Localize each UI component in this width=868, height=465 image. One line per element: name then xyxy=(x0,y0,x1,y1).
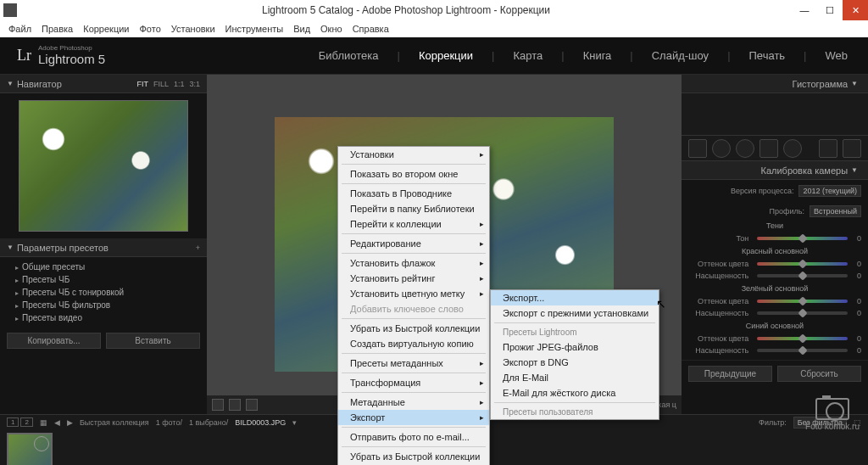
copy-button[interactable]: Копировать... xyxy=(7,333,101,349)
menu-item[interactable]: Установить рейтинг xyxy=(338,271,489,286)
module-2[interactable]: Карта xyxy=(509,49,546,62)
menu-фото[interactable]: Фото xyxy=(135,24,166,34)
nav-mode-3:1[interactable]: 3:1 xyxy=(189,80,200,88)
nav-back-icon[interactable]: ◀ xyxy=(54,418,60,427)
nav-mode-fit[interactable]: FIT xyxy=(136,80,148,88)
process-version-dropdown[interactable]: 2012 (текущий) xyxy=(798,185,861,197)
preset-folder[interactable]: Пресеты видео xyxy=(0,311,207,324)
menu-item: Добавить ключевое слово xyxy=(338,301,489,317)
menu-item[interactable]: E-Mail для жёсткого диска xyxy=(491,385,659,401)
preset-folder[interactable]: Пресеты ЧБ фильтров xyxy=(0,299,207,311)
histogram-header[interactable]: Гистограмма ▼ xyxy=(682,75,868,93)
secondary-display-pages[interactable]: 1 2 xyxy=(7,417,33,427)
reset-button[interactable]: Сбросить xyxy=(777,366,861,382)
module-6[interactable]: Web xyxy=(822,49,852,62)
menu-item[interactable]: Метаданные xyxy=(338,395,489,410)
nav-mode-1:1[interactable]: 1:1 xyxy=(174,80,185,88)
menu-item[interactable]: Убрать из Быстрой коллекции xyxy=(338,321,489,336)
compare-icon[interactable] xyxy=(229,399,241,411)
previous-button[interactable]: Предыдущие xyxy=(688,366,772,382)
profile-dropdown[interactable]: Встроенный xyxy=(810,205,861,217)
menu-item[interactable]: Отправить фото по e-mail... xyxy=(338,429,489,445)
menu-item[interactable]: Перейти к коллекции xyxy=(338,216,489,232)
nav-mode-fill[interactable]: FILL xyxy=(153,80,169,88)
close-button[interactable]: ✕ xyxy=(843,0,868,20)
grid-icon[interactable]: ▦ xyxy=(40,418,47,427)
preset-folder[interactable]: Общие пресеты xyxy=(0,261,207,273)
module-0[interactable]: Библиотека xyxy=(315,49,382,62)
view-mode-icon[interactable] xyxy=(212,399,224,411)
redeye-tool-icon[interactable] xyxy=(736,139,754,158)
radial-filter-icon[interactable] xyxy=(783,139,802,158)
menu-item[interactable]: Прожиг JPEG-файлов xyxy=(491,339,659,355)
collection-name[interactable]: Быстрая коллекция xyxy=(80,418,149,427)
calibration-panel: Версия процесса: 2012 (текущий) Профиль:… xyxy=(682,180,868,361)
navigator-preview[interactable] xyxy=(0,93,207,238)
camera-icon xyxy=(815,398,849,420)
filmstrip-thumbnail[interactable] xyxy=(7,433,53,465)
add-preset-icon[interactable]: + xyxy=(196,244,200,252)
menu-item[interactable]: Экспорт в DNG xyxy=(491,355,659,370)
calibration-header[interactable]: Калибровка камеры ▼ xyxy=(682,161,868,180)
menu-item[interactable]: Экспорт с прежними установками xyxy=(491,305,659,321)
survey-icon[interactable] xyxy=(246,399,258,411)
maximize-button[interactable]: ☐ xyxy=(817,0,843,20)
menu-вид[interactable]: Вид xyxy=(288,24,315,34)
chevron-down-icon: ▼ xyxy=(851,80,858,87)
crop-tool-icon[interactable] xyxy=(688,139,707,158)
menu-установки[interactable]: Установки xyxy=(166,24,220,34)
logo-vendor: Adobe Photoshop xyxy=(38,45,105,52)
menu-item[interactable]: Установить цветную метку xyxy=(338,286,489,301)
menu-item[interactable]: Редактирование xyxy=(338,236,489,251)
histogram[interactable] xyxy=(682,93,868,136)
module-1[interactable]: Коррекции xyxy=(415,49,476,62)
menu-item[interactable]: Пресеты метаданных xyxy=(338,356,489,371)
navigator-header[interactable]: ▼ Навигатор FITFILL1:13:1 xyxy=(0,75,207,93)
menu-окно[interactable]: Окно xyxy=(315,24,348,34)
menu-item[interactable]: Установки xyxy=(338,147,489,162)
minimize-button[interactable]: — xyxy=(792,0,817,20)
preset-folder[interactable]: Пресеты ЧБ xyxy=(0,273,207,286)
nav-fwd-icon[interactable]: ▶ xyxy=(67,418,73,427)
dropdown-icon[interactable]: ▾ xyxy=(292,418,297,427)
preset-folder[interactable]: Пресеты ЧБ с тонировкой xyxy=(0,286,207,299)
switch-icon[interactable] xyxy=(843,139,861,158)
module-3[interactable]: Книга xyxy=(580,49,615,62)
tone-slider[interactable] xyxy=(757,237,848,240)
menu-файл[interactable]: Файл xyxy=(3,24,36,34)
module-5[interactable]: Печать xyxy=(746,49,789,62)
menu-item[interactable]: Показать в Проводнике xyxy=(338,186,489,201)
paste-button[interactable]: Вставить xyxy=(106,333,200,349)
module-4[interactable]: Слайд-шоу xyxy=(648,49,712,62)
red-sat-slider[interactable] xyxy=(757,274,848,277)
menu-item[interactable]: Убрать из Быстрой коллекции xyxy=(338,449,489,464)
menu-item[interactable]: Трансформация xyxy=(338,375,489,390)
navigator-title: Навигатор xyxy=(17,79,62,89)
lightroom-logo: Lr Adobe Photoshop Lightroom 5 xyxy=(17,45,105,66)
mouse-cursor: ↖ xyxy=(656,297,666,311)
process-version-label: Версия процесса: xyxy=(688,187,798,195)
menu-item[interactable]: Показать во втором окне xyxy=(338,166,489,182)
menu-справка[interactable]: Справка xyxy=(348,24,394,34)
blue-sat-slider[interactable] xyxy=(757,349,848,352)
green-sat-slider[interactable] xyxy=(757,311,848,315)
menu-item[interactable]: Экспорт... xyxy=(491,290,659,305)
green-hue-slider[interactable] xyxy=(757,300,848,303)
tool-strip xyxy=(682,136,868,161)
menu-инструменты[interactable]: Инструменты xyxy=(220,24,289,34)
presets-header[interactable]: ▼ Параметры пресетов + xyxy=(0,238,207,257)
menu-item[interactable]: Экспорт xyxy=(338,410,489,425)
red-hue-slider[interactable] xyxy=(757,262,848,266)
logo-product: Lightroom 5 xyxy=(38,52,105,66)
brush-tool-icon[interactable] xyxy=(819,139,837,158)
menu-item[interactable]: Установить флажок xyxy=(338,255,489,271)
spot-tool-icon[interactable] xyxy=(712,139,731,158)
blue-hue-slider[interactable] xyxy=(757,337,848,340)
menu-item[interactable]: Перейти в папку Библиотеки xyxy=(338,201,489,216)
menu-правка[interactable]: Правка xyxy=(36,24,78,34)
module-picker: Библиотека|Коррекции|Карта|Книга|Слайд-ш… xyxy=(315,49,851,62)
menu-item[interactable]: Для E-Mail xyxy=(491,370,659,385)
menu-item[interactable]: Создать виртуальную копию xyxy=(338,336,489,351)
menu-коррекции[interactable]: Коррекции xyxy=(78,24,134,34)
grad-filter-icon[interactable] xyxy=(760,139,778,158)
